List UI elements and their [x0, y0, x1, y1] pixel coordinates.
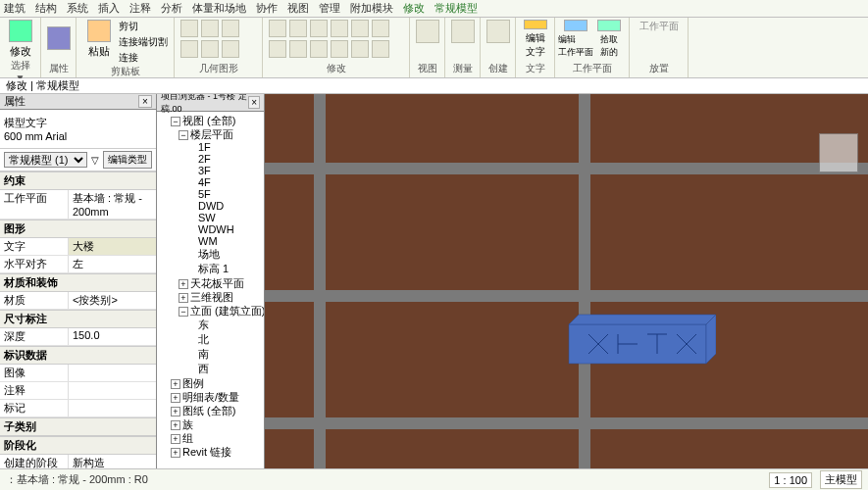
- geom-tool-5[interactable]: [201, 40, 219, 58]
- menu-6[interactable]: 体量和场地: [192, 1, 246, 16]
- prop-cat[interactable]: 标识数据: [0, 346, 156, 365]
- mod-pin[interactable]: [331, 40, 348, 58]
- join-button[interactable]: 连接: [119, 51, 168, 65]
- ribbon-group-props: 属性: [41, 18, 77, 77]
- menu-0[interactable]: 建筑: [4, 1, 26, 16]
- paste-button[interactable]: 粘贴: [83, 20, 115, 59]
- create-tool[interactable]: [486, 20, 510, 43]
- join-end-button[interactable]: 连接端切割: [119, 35, 168, 49]
- props-title: 属性: [4, 94, 26, 109]
- geom-tool-3[interactable]: [222, 20, 239, 37]
- prop-cat[interactable]: 子类别: [0, 417, 156, 436]
- prop-row[interactable]: 水平对齐左: [0, 256, 156, 273]
- menu-5[interactable]: 分析: [161, 1, 182, 16]
- tree-leaf[interactable]: WM: [159, 235, 262, 247]
- tree-leaf[interactable]: 5F: [159, 188, 262, 200]
- mod-split[interactable]: [351, 40, 369, 58]
- tree-leaf[interactable]: WDWH: [159, 223, 262, 235]
- prop-cat[interactable]: 阶段化: [0, 436, 156, 455]
- mod-trim[interactable]: [351, 20, 369, 37]
- project-browser: 项目浏览器 - 1号楼 定稿.00 × −视图 (全部)−楼层平面1F2F3F4…: [157, 94, 265, 468]
- tree-extra[interactable]: +组: [159, 431, 262, 445]
- menu-8[interactable]: 视图: [287, 1, 309, 16]
- view-tool[interactable]: [416, 20, 439, 43]
- statusbar: ：基本墙 : 常规 - 200mm : R0 1 : 100 主模型: [0, 468, 868, 490]
- tree-root[interactable]: −视图 (全部): [159, 114, 262, 127]
- geom-tool-2[interactable]: [201, 20, 219, 37]
- browser-close-icon[interactable]: ×: [248, 96, 260, 109]
- tree-leaf[interactable]: 场地: [159, 247, 262, 262]
- tree-group[interactable]: −立面 (建筑立面): [159, 304, 262, 318]
- menu-7[interactable]: 协作: [256, 1, 278, 16]
- geom-tool-4[interactable]: [180, 40, 198, 58]
- menu-10[interactable]: 附加模块: [350, 1, 393, 16]
- prop-cat[interactable]: 约束: [0, 172, 156, 190]
- tree-leaf[interactable]: 2F: [159, 153, 262, 165]
- status-scale[interactable]: 1 : 100: [769, 472, 812, 488]
- mod-scale[interactable]: [310, 40, 328, 58]
- tree-leaf[interactable]: 西: [159, 362, 262, 376]
- edit-workplane-button[interactable]: 编辑 工作平面: [560, 20, 591, 59]
- tree-leaf[interactable]: 1F: [159, 141, 262, 153]
- instance-select[interactable]: 常规模型 (1): [4, 152, 87, 168]
- prop-row[interactable]: 工作平面基本墙 : 常规 - 200mm: [0, 190, 156, 220]
- prop-row[interactable]: 文字大楼: [0, 238, 156, 256]
- prop-cat[interactable]: 材质和装饰: [0, 273, 156, 292]
- geom-tool-1[interactable]: [180, 20, 198, 37]
- ribbon-group-modify: 修改: [263, 18, 410, 77]
- tree-extra[interactable]: +Revit 链接: [159, 445, 262, 459]
- prop-row[interactable]: 深度150.0: [0, 328, 156, 346]
- edit-text-button[interactable]: 编辑 文字: [520, 20, 551, 59]
- mod-align[interactable]: [372, 20, 389, 37]
- mod-rotate[interactable]: [310, 20, 328, 37]
- status-model[interactable]: 主模型: [820, 470, 862, 489]
- ribbon-group-select: 修改 选择 ▼: [0, 18, 41, 77]
- mod-copy[interactable]: [289, 20, 307, 37]
- cut-button[interactable]: 剪切: [119, 20, 168, 33]
- tree-group[interactable]: +天花板平面: [159, 276, 262, 290]
- pick-new-button[interactable]: 拾取 新的: [593, 20, 625, 59]
- prop-row[interactable]: 创建的阶段新构造: [0, 455, 156, 468]
- viewcube[interactable]: [819, 133, 858, 172]
- mod-mirror[interactable]: [331, 20, 348, 37]
- tree-leaf[interactable]: SW: [159, 212, 262, 223]
- prop-cat[interactable]: 图形: [0, 220, 156, 238]
- tree-extra[interactable]: +图纸 (全部): [159, 404, 262, 417]
- tree-extra[interactable]: +族: [159, 417, 262, 431]
- menu-12[interactable]: 常规模型: [434, 1, 478, 16]
- 3d-viewport[interactable]: [265, 94, 868, 468]
- tree-group[interactable]: +三维视图: [159, 290, 262, 304]
- menu-9[interactable]: 管理: [319, 1, 340, 16]
- tree-leaf[interactable]: 3F: [159, 165, 262, 176]
- props-close-icon[interactable]: ×: [138, 95, 152, 108]
- tree-extra[interactable]: +明细表/数量: [159, 390, 262, 404]
- modify-button[interactable]: 修改: [5, 20, 36, 59]
- edit-type-button[interactable]: 编辑类型: [103, 151, 152, 169]
- geom-tool-6[interactable]: [222, 40, 239, 58]
- menu-2[interactable]: 系统: [67, 1, 88, 16]
- prop-cat[interactable]: 尺寸标注: [0, 310, 156, 328]
- tree-leaf[interactable]: 北: [159, 332, 262, 347]
- menu-3[interactable]: 插入: [98, 1, 120, 16]
- tree-leaf[interactable]: 标高 1: [159, 262, 262, 276]
- tree-leaf[interactable]: 东: [159, 318, 262, 332]
- menu-11[interactable]: 修改: [403, 1, 425, 16]
- prop-row[interactable]: 图像: [0, 365, 156, 382]
- measure-tool[interactable]: [451, 20, 475, 43]
- mod-move[interactable]: [269, 20, 286, 37]
- menu-4[interactable]: 注释: [129, 1, 151, 16]
- mod-offset[interactable]: [269, 40, 286, 58]
- prop-row[interactable]: 材质<按类别>: [0, 292, 156, 310]
- tree-extra[interactable]: +图例: [159, 376, 262, 390]
- mod-delete[interactable]: [372, 40, 389, 58]
- selected-model-text-3d[interactable]: [559, 310, 716, 378]
- prop-row[interactable]: 注释: [0, 382, 156, 400]
- tree-group[interactable]: −楼层平面: [159, 127, 262, 141]
- tree-leaf[interactable]: 南: [159, 347, 262, 362]
- menu-1[interactable]: 结构: [35, 1, 57, 16]
- prop-row[interactable]: 标记: [0, 400, 156, 417]
- mod-array[interactable]: [289, 40, 307, 58]
- props-button[interactable]: [43, 20, 75, 59]
- tree-leaf[interactable]: DWD: [159, 200, 262, 212]
- tree-leaf[interactable]: 4F: [159, 176, 262, 188]
